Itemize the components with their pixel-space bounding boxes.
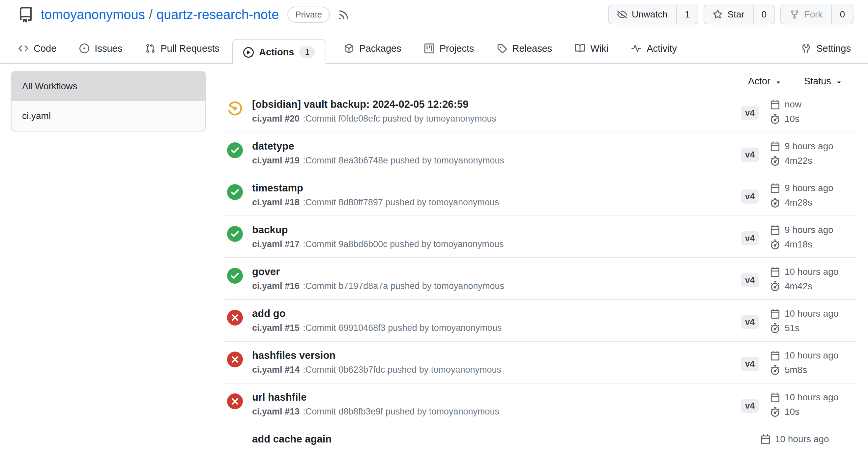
check-circle-icon [227, 226, 243, 242]
workflow-run-row[interactable]: gover ci.yaml #16:Commit b7197d8a7a push… [225, 258, 857, 300]
workflow-run-row[interactable]: url hashfile ci.yaml #13:Commit d8b8fb3e… [225, 384, 857, 425]
play-circle-icon [243, 47, 254, 58]
calendar-icon [770, 351, 780, 360]
run-commit-desc: :Commit 0b623b7fdc pushed by tomoyanonym… [303, 365, 501, 374]
calendar-icon [770, 392, 780, 402]
run-title-link[interactable]: url hashfile [252, 391, 307, 403]
run-time: 10 hours ago [761, 434, 829, 445]
run-title-link[interactable]: add go [252, 308, 286, 320]
runs-content: Actor Status [obsidian] vault backup: 20… [225, 64, 857, 456]
tab-settings[interactable]: Settings [801, 43, 851, 54]
workflow-run-row[interactable]: timestamp ci.yaml #18:Commit 8d80ff7897 … [225, 174, 857, 216]
run-workflow-ref: ci.yaml #15 [252, 323, 300, 333]
stopwatch-icon [770, 114, 780, 124]
tab-wiki[interactable]: Wiki [575, 43, 608, 54]
run-commit-desc: :Commit 69910468f3 pushed by tomoyanonym… [303, 323, 501, 333]
run-title-link[interactable]: hashfiles version [252, 350, 336, 361]
actions-main: All Workflows ci.yaml Actor Status [obsi… [0, 64, 868, 456]
star-button-group: Star 0 [704, 5, 775, 24]
run-title-link[interactable]: gover [252, 266, 280, 278]
tab-code-label: Code [34, 43, 56, 54]
run-time: now [770, 99, 801, 110]
stopwatch-icon [770, 407, 780, 417]
workflow-run-row[interactable]: add go ci.yaml #15:Commit 69910468f3 pus… [225, 300, 857, 342]
run-title-link[interactable]: [obsidian] vault backup: 2024-02-05 12:2… [252, 99, 468, 110]
run-text: add go ci.yaml #15:Commit 69910468f3 pus… [252, 308, 502, 333]
tab-actions[interactable]: Actions 1 [232, 39, 326, 64]
star-button[interactable]: Star [704, 5, 753, 24]
tab-code[interactable]: Code [19, 43, 56, 54]
tab-packages[interactable]: Packages [344, 43, 401, 54]
sidebar-item-ci-yaml[interactable]: ci.yaml [11, 101, 205, 131]
star-count[interactable]: 0 [753, 5, 775, 24]
runner-version-badge: v4 [741, 399, 759, 413]
run-meta: 10 hours ago [741, 433, 857, 445]
run-title-link[interactable]: timestamp [252, 182, 303, 194]
run-workflow-ref: ci.yaml #13 [252, 406, 300, 417]
tab-issues[interactable]: Issues [80, 43, 122, 54]
run-meta: v4 9 hours ago 4m22s [741, 140, 857, 166]
run-text: datetype ci.yaml #19:Commit 8ea3b6748e p… [252, 140, 504, 166]
calendar-icon [770, 309, 780, 319]
run-commit-desc: :Commit f0fde08efc pushed by tomoyanonym… [303, 114, 496, 124]
run-time: 9 hours ago [770, 183, 833, 193]
run-subtitle: ci.yaml #20:Commit f0fde08efc pushed by … [252, 114, 496, 124]
run-subtitle: ci.yaml #13:Commit d8b8fb3e9f pushed by … [252, 406, 499, 417]
unwatch-label: Unwatch [632, 9, 668, 20]
run-text: [obsidian] vault backup: 2024-02-05 12:2… [252, 99, 496, 124]
repo-name-link[interactable]: quartz-research-note [157, 7, 279, 22]
run-meta-col: 9 hours ago 4m28s [770, 182, 833, 208]
visibility-badge: Private [287, 7, 330, 23]
workflow-run-row[interactable]: [obsidian] vault backup: 2024-02-05 12:2… [225, 91, 857, 132]
fork-button-group: Fork 0 [780, 5, 854, 24]
run-title-link[interactable]: add cache again [252, 433, 332, 445]
rss-feed-icon[interactable] [338, 9, 350, 21]
calendar-icon [770, 267, 780, 277]
sidebar-item-all-workflows[interactable]: All Workflows [11, 71, 205, 101]
tab-releases[interactable]: Releases [497, 43, 552, 54]
workflow-run-row[interactable]: hashfiles version ci.yaml #14:Commit 0b6… [225, 342, 857, 384]
project-icon [425, 43, 434, 53]
status-filter-dropdown[interactable]: Status [804, 76, 843, 87]
workflow-run-row[interactable]: backup ci.yaml #17:Commit 9a8bd6b00c pus… [225, 216, 857, 258]
runner-version-badge: v4 [741, 231, 759, 246]
stopwatch-icon [770, 198, 780, 207]
run-subtitle: ci.yaml #14:Commit 0b623b7fdc pushed by … [252, 365, 501, 375]
run-text: backup ci.yaml #17:Commit 9a8bd6b00c pus… [252, 224, 503, 250]
fork-label: Fork [804, 9, 823, 20]
fork-button[interactable]: Fork [781, 5, 831, 24]
run-commit-desc: :Commit b7197d8a7a pushed by tomoyanonym… [303, 281, 504, 291]
run-meta: v4 10 hours ago 4m42s [741, 266, 857, 292]
run-subtitle: ci.yaml #15:Commit 69910468f3 pushed by … [252, 323, 502, 333]
run-time: 10 hours ago [770, 308, 838, 319]
watch-button-group: Unwatch 1 [608, 5, 699, 24]
run-title-link[interactable]: backup [252, 224, 288, 236]
check-circle-icon [227, 142, 243, 158]
unwatch-button[interactable]: Unwatch [609, 5, 676, 24]
book-icon [575, 43, 585, 53]
tab-projects[interactable]: Projects [425, 43, 474, 54]
header-actions: Unwatch 1 Star 0 Fork 0 [608, 5, 854, 24]
run-meta: v4 10 hours ago 5m8s [741, 350, 857, 375]
run-text: url hashfile ci.yaml #13:Commit d8b8fb3e… [252, 391, 499, 417]
runner-version-badge: v4 [741, 315, 759, 329]
tab-releases-label: Releases [512, 43, 552, 54]
watch-count[interactable]: 1 [676, 5, 698, 24]
tag-icon [497, 43, 507, 53]
fork-count[interactable]: 0 [831, 5, 853, 24]
x-circle-icon [227, 393, 243, 409]
run-duration: 4m18s [770, 239, 833, 250]
actor-filter-dropdown[interactable]: Actor [748, 76, 782, 87]
workflow-run-row[interactable]: datetype ci.yaml #19:Commit 8ea3b6748e p… [225, 132, 857, 174]
run-title-link[interactable]: datetype [252, 140, 294, 152]
run-duration: 4m42s [770, 281, 838, 292]
tab-actions-label: Actions [259, 47, 294, 58]
x-circle-icon [227, 352, 243, 367]
tab-activity[interactable]: Activity [631, 43, 677, 54]
repo-owner-link[interactable]: tomoyanonymous [41, 7, 145, 22]
run-commit-desc: :Commit 8d80ff7897 pushed by tomoyanonym… [303, 197, 499, 207]
actions-count-badge: 1 [299, 46, 315, 58]
tab-pull-requests[interactable]: Pull Requests [145, 43, 219, 54]
workflow-run-row[interactable]: add cache again 10 hours ago [225, 425, 857, 456]
run-duration: 51s [770, 323, 838, 333]
